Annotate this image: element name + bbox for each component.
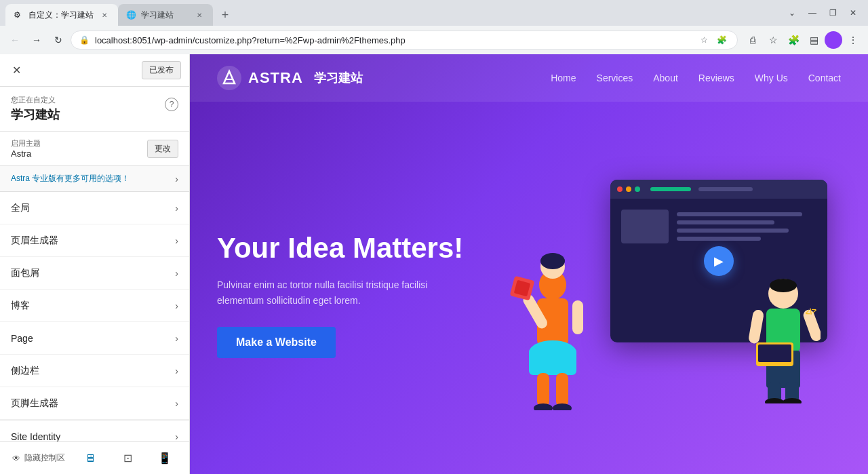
back-button[interactable]: ← xyxy=(5,31,24,50)
site-nav: Home Services About Reviews Why Us Conta… xyxy=(551,73,841,83)
theme-info: 启用主题 Astra xyxy=(11,138,41,159)
chevron-right-icon-page: › xyxy=(175,333,178,344)
customizer-title-group: 您正在自定义 学习建站 xyxy=(11,95,60,123)
svg-rect-14 xyxy=(572,300,583,334)
tab-site[interactable]: 🌐 学习建站 ✕ xyxy=(118,4,213,26)
tab-title-2: 学习建站 xyxy=(141,9,189,21)
maximize-button[interactable]: ❐ xyxy=(823,3,842,22)
chevron-right-icon-yemei: › xyxy=(175,235,178,246)
svg-point-5 xyxy=(540,253,565,269)
svg-rect-8 xyxy=(529,348,576,375)
chevron-right-icon: › xyxy=(175,174,178,184)
chevron-right-icon-quanju: › xyxy=(175,203,178,214)
menu-item-site-identity[interactable]: Site Identity › xyxy=(0,420,189,441)
theme-label: 启用主题 xyxy=(11,138,41,149)
woman-figure xyxy=(509,248,597,410)
mockup-address-bar xyxy=(650,187,691,191)
menu-item-quanju[interactable]: 全局 › xyxy=(0,192,189,224)
menu-item-boke[interactable]: 博客 › xyxy=(0,290,189,322)
hero-subtitle: Pulvinar enim ac tortor nulla facilisi t… xyxy=(217,277,475,308)
tab-bar: ⚙ 自定义：学习建站 ✕ 🌐 学习建站 ✕ + ⌄ — ❐ ✕ xyxy=(0,0,868,26)
astra-promo-banner[interactable]: Astra 专业版有更多可用的选项！ › xyxy=(0,166,189,192)
play-button-icon[interactable]: ▶ xyxy=(704,246,734,276)
extensions-icon[interactable]: 🧩 xyxy=(714,33,729,47)
logo-text: ASTRA xyxy=(248,69,303,87)
address-text: localhost:8051/wp-admin/customize.php?re… xyxy=(95,35,691,45)
mobile-view-button[interactable]: 📱 xyxy=(153,446,177,471)
tablet-view-button[interactable]: ⊡ xyxy=(115,446,140,471)
profile-avatar[interactable] xyxy=(825,31,842,49)
mockup-line-2 xyxy=(677,220,774,224)
menu-item-label-yemei: 页眉生成器 xyxy=(11,235,58,247)
mockup-line-4 xyxy=(677,237,761,241)
tab-favicon-2: 🌐 xyxy=(126,10,136,20)
minimize-button[interactable]: — xyxy=(803,3,822,22)
chevron-right-icon-mianbaoxie: › xyxy=(175,268,178,279)
window-controls: ⌄ — ❐ ✕ xyxy=(783,3,863,26)
cta-button[interactable]: Make a Website xyxy=(217,327,336,358)
nav-link-reviews[interactable]: Reviews xyxy=(698,73,734,83)
site-name-header: 学习建站 xyxy=(314,70,363,86)
close-window-button[interactable]: ✕ xyxy=(844,3,863,22)
close-customizer-button[interactable]: ✕ xyxy=(8,62,24,79)
menu-item-label-quanju: 全局 xyxy=(11,202,30,214)
hero-illustration: ▶ xyxy=(502,180,841,410)
help-icon[interactable]: ? xyxy=(165,98,178,111)
man-figure: </> xyxy=(746,275,821,403)
main-content: ✕ 已发布 您正在自定义 学习建站 ? 启用主题 Astra 更改 Astra … xyxy=(0,54,868,474)
nav-link-about[interactable]: About xyxy=(653,73,678,83)
mockup-text-lines xyxy=(677,210,816,243)
menu-item-mianbaoxie[interactable]: 面包屑 › xyxy=(0,257,189,290)
change-theme-button[interactable]: 更改 xyxy=(147,140,178,158)
hide-controls-button[interactable]: 👁 隐藏控制区 xyxy=(12,452,65,464)
share-icon[interactable]: ⎙ xyxy=(743,31,762,50)
astra-logo-icon xyxy=(217,66,241,90)
published-button[interactable]: 已发布 xyxy=(142,61,181,79)
svg-rect-29 xyxy=(758,344,791,362)
nav-link-why-us[interactable]: Why Us xyxy=(755,73,788,83)
address-icons: ☆ 🧩 xyxy=(696,33,729,47)
bottom-bar: 👁 隐藏控制区 🖥 ⊡ 📱 xyxy=(0,441,189,474)
svg-text:</>: </> xyxy=(804,304,818,317)
tab-close-2[interactable]: ✕ xyxy=(194,9,205,20)
site-header: ASTRA 学习建站 Home Services About Reviews W… xyxy=(190,54,868,102)
lock-icon: 🔒 xyxy=(79,35,90,45)
svg-point-10 xyxy=(534,403,553,410)
mockup-card xyxy=(621,210,669,243)
menu-item-yemei[interactable]: 页眉生成器 › xyxy=(0,224,189,257)
mockup-address-text xyxy=(698,187,753,191)
tab-close-1[interactable]: ✕ xyxy=(99,9,110,20)
menu-item-yejiao[interactable]: 页脚生成器 › xyxy=(0,387,189,420)
mockup-line-3 xyxy=(677,229,789,233)
bookmark-icon[interactable]: ☆ xyxy=(764,31,783,50)
tab-favicon-1: ⚙ xyxy=(14,10,23,20)
theme-section: 启用主题 Astra 更改 xyxy=(0,132,189,166)
astra-promo-text: Astra 专业版有更多可用的选项！ xyxy=(11,173,130,184)
bookmark-star-icon[interactable]: ☆ xyxy=(696,33,711,47)
svg-rect-20 xyxy=(748,309,764,344)
new-tab-button[interactable]: + xyxy=(216,5,235,24)
site-logo: ASTRA 学习建站 xyxy=(217,66,363,90)
mockup-dot-red xyxy=(617,186,623,192)
customizer-menu: 全局 › 页眉生成器 › 面包屑 › 博客 › Page › 侧边栏 › xyxy=(0,192,189,441)
nav-link-contact[interactable]: Contact xyxy=(808,73,841,83)
nav-link-home[interactable]: Home xyxy=(551,73,576,83)
nav-link-services[interactable]: Services xyxy=(597,73,633,83)
address-field[interactable]: 🔒 localhost:8051/wp-admin/customize.php?… xyxy=(71,31,738,50)
sidebar-toggle-icon[interactable]: ▤ xyxy=(804,31,823,50)
menu-icon[interactable]: ⋮ xyxy=(844,31,863,50)
forward-button[interactable]: → xyxy=(27,31,46,50)
hero-section: Your Idea Matters! Pulvinar enim ac tort… xyxy=(190,102,868,474)
customizing-label: 您正在自定义 xyxy=(11,95,60,105)
chevron-down-icon[interactable]: ⌄ xyxy=(783,3,802,22)
menu-item-cebianlan[interactable]: 侧边栏 › xyxy=(0,355,189,387)
reload-button[interactable]: ↻ xyxy=(49,31,68,50)
menu-item-page[interactable]: Page › xyxy=(0,322,189,355)
menu-item-label-site-identity: Site Identity xyxy=(11,431,60,442)
tab-title-1: 自定义：学习建站 xyxy=(28,9,94,21)
tab-customize[interactable]: ⚙ 自定义：学习建站 ✕ xyxy=(5,4,118,26)
hero-content: Your Idea Matters! Pulvinar enim ac tort… xyxy=(217,231,475,358)
desktop-view-button[interactable]: 🖥 xyxy=(78,446,102,471)
menu-item-label-yejiao: 页脚生成器 xyxy=(11,397,58,410)
puzzle-icon[interactable]: 🧩 xyxy=(784,31,803,50)
